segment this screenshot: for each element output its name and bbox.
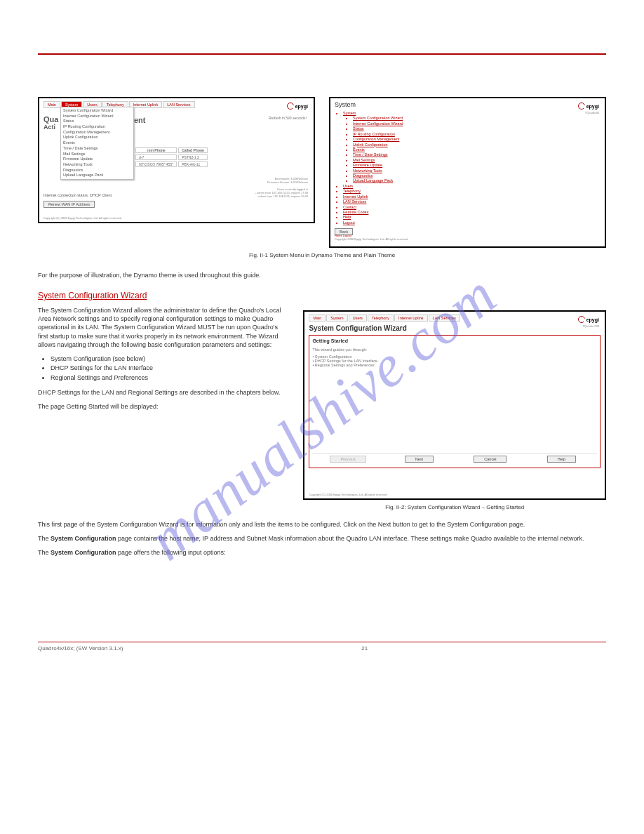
tab-lan[interactable]: LAN Services [163, 101, 194, 108]
link[interactable]: System Configuration Wizard [353, 116, 403, 120]
link[interactable]: Logout [343, 220, 355, 225]
copyright: Copyright 2006 Epygi Technologies, Ltd. … [335, 237, 408, 241]
logo-sub: TQuadro 230 [582, 324, 599, 328]
epygi-logo: epygi [578, 102, 599, 110]
dd-item[interactable]: Internet Configuration Wizard [61, 114, 133, 119]
system-dropdown: System Configuration Wizard Internet Con… [60, 107, 134, 180]
link[interactable]: Users [343, 184, 353, 188]
link[interactable]: Uplink Configuration [353, 143, 388, 147]
dd-item[interactable]: Mail Settings [61, 152, 133, 157]
col2: Called Phone [178, 147, 208, 153]
link[interactable]: Contact [343, 205, 356, 209]
next-button[interactable]: Next [405, 456, 434, 463]
nav-tabs: Main System Users Telephony Internet Upl… [309, 315, 601, 322]
firmware: Firmware Version: 3.0.5/Release [255, 180, 308, 184]
getting-started: Getting Started [312, 338, 348, 343]
system-title: System [335, 101, 601, 108]
link-system[interactable]: System [343, 111, 356, 115]
link[interactable]: Events [353, 147, 365, 152]
help-button[interactable]: Help [547, 456, 576, 463]
dd-item[interactable]: Upload Language Pack [61, 173, 133, 178]
bullet: System Configuration (see below) [51, 355, 288, 364]
bullet: Regional Settings and Preferences [51, 373, 288, 383]
tab-main[interactable]: Main [309, 315, 326, 322]
title-frag: ent [134, 116, 146, 124]
footer-mid: 21 [361, 645, 368, 651]
wizard-para2: DHCP Settings for the LAN and Regional S… [38, 388, 288, 397]
link[interactable]: Mail Settings [353, 158, 375, 162]
link[interactable]: Feature Codes [343, 210, 368, 214]
wizard-para3: The page Getting Started will be display… [38, 402, 288, 411]
cancel-button[interactable]: Cancel [474, 456, 507, 463]
fig2-window: epygi TQuadro 230 Main System Users Tele… [303, 310, 606, 500]
dd-item[interactable]: Networking Tools [61, 162, 133, 168]
tab-uplink[interactable]: Internet Uplink [394, 315, 427, 322]
link[interactable]: Upload Language Pack [353, 178, 393, 183]
tab-main[interactable]: Main [43, 101, 60, 108]
link[interactable]: Diagnostics [353, 173, 373, 178]
cell: 03"CISCO 7905" 455* [135, 161, 177, 167]
fig2-caption: Fig. II-2: System Configuration Wizard –… [303, 504, 606, 510]
tab-system[interactable]: System [326, 315, 347, 322]
refresh-text: Refresh in 590 seconds! [269, 116, 307, 120]
link[interactable]: Firmware Update [353, 163, 382, 167]
intro-paragraph: For the purpose of illustration, the Dyn… [38, 271, 606, 279]
link[interactable]: Telephony [343, 189, 361, 193]
wizard-title: System Configuration Wizard [309, 324, 601, 332]
link[interactable]: Time / Date Settings [353, 152, 388, 157]
internet-status: Internet connection status: DHCP Client [43, 193, 112, 197]
link[interactable]: Internet Uplink [343, 194, 368, 199]
bottom-p2: The System Configuration page contains t… [38, 534, 606, 543]
link[interactable]: Help [343, 215, 351, 219]
tab-users[interactable]: Users [349, 315, 367, 322]
copyright: Copyright (C) 2006 Epygi Technologies, L… [309, 493, 387, 496]
section-title: System Configuration Wizard [38, 291, 606, 300]
link[interactable]: IP Routing Configuration [353, 132, 395, 136]
cell: PSTN2-1 2 [178, 154, 208, 160]
link[interactable]: Configuration Management [353, 137, 399, 141]
logo-sub: TQuadro30 [585, 111, 599, 114]
fig1-left-window: epygi Main System Users Telephony Intern… [38, 97, 315, 223]
tab-telephony[interactable]: Telephony [368, 315, 394, 322]
renew-wan-button[interactable]: Renew WAN IP Address [43, 201, 95, 208]
dd-item[interactable]: Diagnostics [61, 168, 133, 173]
admin2: - admin from 192.168.0.26, expires 19:46 [255, 194, 308, 198]
dd-item[interactable]: System Configuration Wizard [61, 108, 133, 114]
epygi-logo: epygi [287, 102, 308, 110]
cell: PBX-Atk-11 [178, 161, 208, 167]
link[interactable]: Networking Tools [353, 168, 382, 173]
previous-button: Previous [330, 456, 365, 463]
bullet: DHCP Settings for the LAN Interface [51, 364, 288, 373]
copyright: Copyright (C) 2006 Epygi Technologies, L… [43, 216, 121, 220]
dd-item[interactable]: Uplink Configuration [61, 135, 133, 140]
bottom-p1: This first page of the System Configurat… [38, 520, 606, 529]
wb: Regional Settings and Preferences [312, 363, 597, 367]
footer-left: Quadro4x/16x; (SW Version 3.1.x) [38, 645, 123, 651]
dd-item[interactable]: IP Routing Configuration [61, 124, 133, 130]
fig1-right-window: epygi TQuadro30 System System System Con… [329, 97, 606, 248]
dd-item[interactable]: Time / Date Settings [61, 146, 133, 152]
dd-item[interactable]: Status [61, 119, 133, 124]
link[interactable]: LAN Services [343, 199, 366, 204]
tab-lan[interactable]: LAN Services [429, 315, 460, 322]
bottom-p3: The System Configuration page offers the… [38, 548, 606, 557]
col1: rom Phone [135, 147, 177, 153]
dd-item[interactable]: Configuration Management [61, 130, 133, 135]
link[interactable]: Status [353, 126, 364, 131]
fig1-caption: Fig. II-1 System Menu in Dynamo Theme an… [38, 252, 606, 258]
dd-item[interactable]: Events [61, 140, 133, 146]
wizard-para1: The System Configuration Wizard allows t… [38, 306, 288, 349]
link[interactable]: Internet Configuration Wizard [353, 121, 403, 126]
guide-text: This wizard guides you through: [312, 348, 597, 352]
epygi-logo: epygi [578, 316, 599, 323]
dd-item[interactable]: Firmware Update [61, 157, 133, 162]
cell: d-7 [135, 154, 177, 160]
